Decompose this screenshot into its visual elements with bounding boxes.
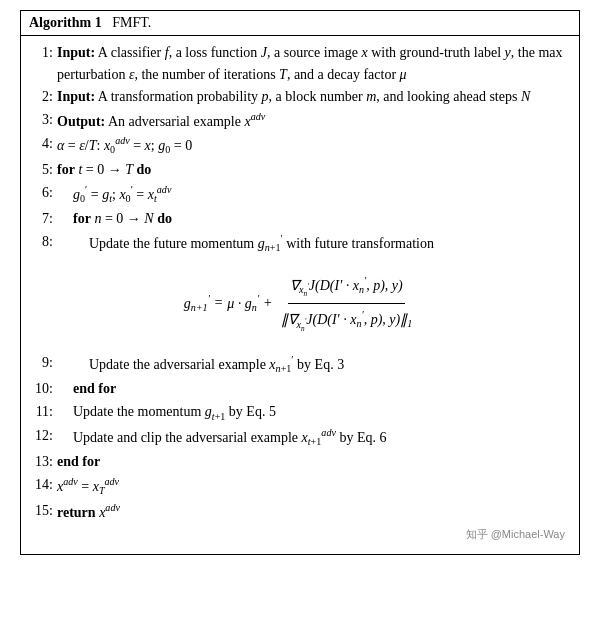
line-num-10: 10:	[29, 378, 53, 400]
line-num-9: 9:	[29, 352, 53, 374]
line-num-15: 15:	[29, 500, 53, 522]
eq-numerator: ∇xn′J(D(I′ · xn′, p), y)	[288, 270, 405, 304]
line-15: 15: return xadv	[29, 500, 571, 523]
watermark: 知乎 @Michael-Way	[29, 524, 571, 546]
algorithm-body: 1: Input: A classifier f, a loss functio…	[21, 36, 579, 554]
line-6: 6: g0′ = gt; x0′ = xtadv	[29, 182, 571, 207]
line-content-13: end for	[57, 451, 571, 473]
line-num-3: 3:	[29, 109, 53, 131]
line-content-12: Update and clip the adversarial example …	[57, 425, 571, 450]
line-content-1: Input: A classifier f, a loss function J…	[57, 42, 571, 85]
line-5: 5: for t = 0 → T do	[29, 159, 571, 181]
line-10: 10: end for	[29, 378, 571, 400]
equation-row: gn+1′ = μ · gn′ + ∇xn′J(D(I′ · xn′, p), …	[29, 270, 571, 338]
line-13: 13: end for	[29, 451, 571, 473]
eq-plus: +	[263, 288, 272, 319]
line-4: 4: α = ε/T: x0adv = x; g0 = 0	[29, 133, 571, 158]
line-num-7: 7:	[29, 208, 53, 230]
line-3: 3: Output: An adversarial example xadv	[29, 109, 571, 132]
line-content-5: for t = 0 → T do	[57, 159, 571, 181]
line-1: 1: Input: A classifier f, a loss functio…	[29, 42, 571, 85]
line-content-6: g0′ = gt; x0′ = xtadv	[57, 182, 571, 207]
line-7: 7: for n = 0 → N do	[29, 208, 571, 230]
line-content-10: end for	[57, 378, 571, 400]
line-11: 11: Update the momentum gt+1 by Eq. 5	[29, 401, 571, 424]
eq-lhs: gn+1′	[184, 288, 210, 320]
line-9: 9: Update the adversarial example xn+1′ …	[29, 352, 571, 377]
line-2: 2: Input: A transformation probability p…	[29, 86, 571, 108]
line-num-11: 11:	[29, 401, 53, 423]
line-content-2: Input: A transformation probability p, a…	[57, 86, 571, 108]
line-num-4: 4:	[29, 133, 53, 155]
line-content-15: return xadv	[57, 500, 571, 523]
eq-denominator: ‖∇xn′J(D(I′ · xn′, p), y)‖1	[279, 304, 415, 337]
eq-mu-term: μ · gn′	[227, 288, 259, 320]
line-content-7: for n = 0 → N do	[57, 208, 571, 230]
algorithm-header: Algorithm 1 FMFT.	[21, 11, 579, 36]
eq-equals: =	[214, 288, 223, 319]
line-num-2: 2:	[29, 86, 53, 108]
eq-fraction: ∇xn′J(D(I′ · xn′, p), y) ‖∇xn′J(D(I′ · x…	[279, 270, 415, 338]
line-12: 12: Update and clip the adversarial exam…	[29, 425, 571, 450]
line-num-14: 14:	[29, 474, 53, 496]
line-num-1: 1:	[29, 42, 53, 64]
line-num-12: 12:	[29, 425, 53, 447]
line-content-4: α = ε/T: x0adv = x; g0 = 0	[57, 133, 571, 158]
algorithm-box: Algorithm 1 FMFT. 1: Input: A classifier…	[20, 10, 580, 555]
line-num-5: 5:	[29, 159, 53, 181]
line-num-8: 8:	[29, 231, 53, 253]
line-14: 14: xadv = xTadv	[29, 474, 571, 499]
line-8: 8: Update the future momentum gn+1′ with…	[29, 231, 571, 256]
line-content-11: Update the momentum gt+1 by Eq. 5	[57, 401, 571, 424]
algorithm-label: Algorithm 1	[29, 15, 102, 30]
line-num-13: 13:	[29, 451, 53, 473]
line-content-14: xadv = xTadv	[57, 474, 571, 499]
algorithm-title: FMFT.	[112, 15, 151, 30]
equation-block: gn+1′ = μ · gn′ + ∇xn′J(D(I′ · xn′, p), …	[29, 270, 571, 338]
line-content-3: Output: An adversarial example xadv	[57, 109, 571, 132]
line-num-6: 6:	[29, 182, 53, 204]
line-content-9: Update the adversarial example xn+1′ by …	[57, 352, 571, 377]
line-content-8: Update the future momentum gn+1′ with fu…	[57, 231, 571, 256]
